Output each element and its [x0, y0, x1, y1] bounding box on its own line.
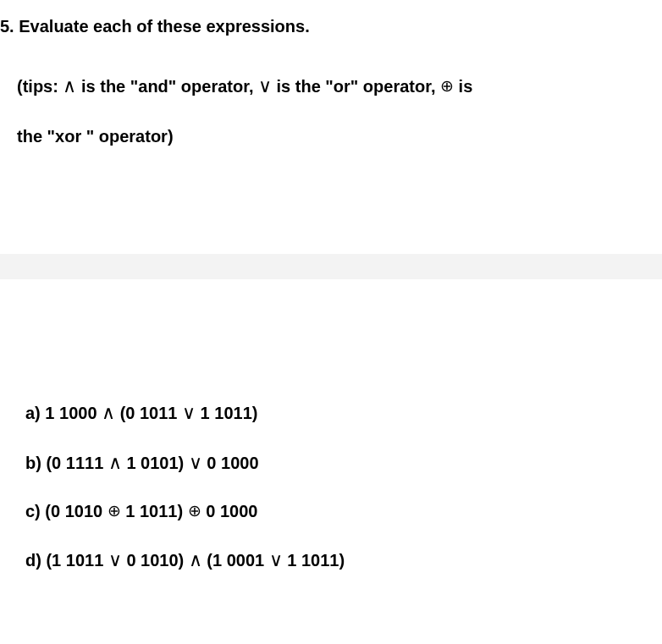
item-c: c) (0 1010 ⊕ 1 1011) ⊕ 0 1000	[25, 502, 345, 521]
item-a: a) 1 1000 ∧ (0 1011 ∨ 1 1011)	[25, 402, 345, 424]
item-d-p2: 0 1010)	[122, 551, 189, 570]
item-d-p3: (1 0001	[202, 551, 269, 570]
item-b-p2: 1 0101)	[122, 454, 189, 472]
item-b-label: b)	[25, 454, 46, 472]
or-symbol: ∨	[258, 75, 272, 96]
tips-line2: the "xor " operator)	[17, 127, 174, 146]
item-d-p4: 1 1011)	[283, 551, 345, 570]
or-description: is the "or" operator,	[272, 77, 440, 96]
divider	[0, 254, 662, 279]
item-d-label: d)	[25, 551, 46, 570]
item-a-label: a)	[25, 404, 45, 422]
xor-icon: ⊕	[188, 502, 201, 520]
xor-icon: ⊕	[108, 502, 121, 520]
tips-text: (tips: ∧ is the "and" operator, ∨ is the…	[0, 60, 662, 160]
item-c-p1: (0 1010	[45, 502, 107, 520]
answers-list: a) 1 1000 ∧ (0 1011 ∨ 1 1011) b) (0 1111…	[25, 402, 345, 599]
question-prompt: 5. Evaluate each of these expressions.	[0, 17, 662, 36]
item-b: b) (0 1111 ∧ 1 0101) ∨ 0 1000	[25, 452, 345, 474]
and-symbol: ∧	[63, 75, 76, 96]
and-description: is the "and" operator,	[76, 77, 258, 96]
and-icon: ∧	[189, 549, 202, 570]
item-c-p3: 0 1000	[201, 502, 258, 520]
item-a-p2: (0 1011	[115, 404, 182, 422]
question-header: 5. Evaluate each of these expressions. (…	[0, 0, 662, 160]
xor-symbol: ⊕	[440, 77, 454, 95]
question-number: 5.	[0, 17, 14, 36]
item-d-p1: (1 1011	[46, 551, 108, 570]
item-c-p2: 1 1011)	[121, 502, 188, 520]
item-b-p1: (0 1111	[46, 454, 108, 472]
question-text: Evaluate each of these expressions.	[19, 17, 310, 36]
or-icon: ∨	[269, 549, 283, 570]
and-icon: ∧	[102, 402, 115, 423]
or-icon: ∨	[108, 549, 122, 570]
xor-description: is	[454, 77, 472, 96]
item-d: d) (1 1011 ∨ 0 1010) ∧ (1 0001 ∨ 1 1011)	[25, 549, 345, 571]
item-c-label: c)	[25, 502, 45, 520]
item-b-p3: 0 1000	[202, 454, 259, 472]
or-icon: ∨	[189, 452, 202, 473]
tips-prefix: (tips:	[17, 77, 63, 96]
item-a-p1: 1 1000	[45, 404, 102, 422]
or-icon: ∨	[182, 402, 196, 423]
item-a-p3: 1 1011)	[196, 404, 257, 422]
and-icon: ∧	[108, 452, 122, 473]
